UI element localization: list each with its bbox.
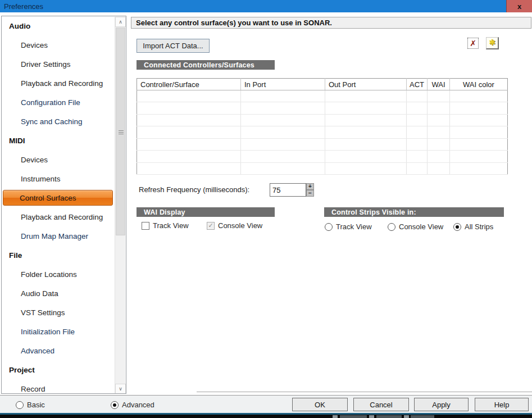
sidebar-item[interactable]: Initialization File [2,322,115,341]
sidebar-item-label: Devices [21,156,48,164]
track-view-label: Track View [153,221,189,230]
sidebar: Audio Devices Driver Settings Playback a… [1,16,126,394]
connected-controllers-header: Connected Controllers/Surfaces [137,60,275,70]
help-button[interactable]: Help [475,398,529,411]
col-controller-surface[interactable]: Controller/Surface [137,79,241,90]
import-act-data-button[interactable]: Import ACT Data... [137,39,210,53]
table-cell [407,138,428,150]
table-cell [137,90,241,102]
scroll-down-icon[interactable]: ∨ [115,384,126,394]
controllers-table[interactable]: Controller/Surface In Port Out Port ACT … [137,78,508,175]
cancel-button[interactable]: Cancel [353,398,409,411]
sidebar-item[interactable]: Audio Data [2,284,115,303]
col-in-port[interactable]: In Port [241,79,325,90]
delete-surface-icon[interactable]: ✗ [467,38,479,49]
table-row[interactable] [137,114,508,126]
table-row[interactable] [137,102,508,114]
strips-track-view-radio[interactable] [325,223,333,231]
sidebar-item[interactable]: Driver Settings [2,54,115,74]
sidebar-item[interactable]: Folder Locations [2,265,115,284]
basic-mode-option[interactable]: Basic [16,401,45,409]
table-cell [407,114,428,126]
sidebar-item[interactable]: Instruments [2,169,115,188]
wai-track-view-option[interactable]: Track View [142,221,189,230]
table-cell [450,90,508,102]
sidebar-item[interactable]: Drum Map Manager [2,226,115,246]
sidebar-item[interactable]: Devices [2,35,115,54]
strips-all-strips-option[interactable]: All Strips [453,222,493,231]
footer-bar: Basic Advanced OK Cancel Apply Help [0,395,532,413]
table-cell [241,114,325,126]
sidebar-item-label: Folder Locations [21,270,77,279]
table-row[interactable] [137,151,508,162]
strips-all-strips-radio[interactable] [453,223,461,231]
advanced-label: Advanced [122,401,154,409]
ok-button[interactable]: OK [292,398,348,411]
table-cell [241,162,325,174]
table-cell [407,162,428,174]
col-wai-color[interactable]: WAI color [450,79,508,90]
spinner-down-icon[interactable]: − [306,190,314,197]
sidebar-item[interactable]: Configuration File [2,93,115,112]
sidebar-item[interactable]: Devices [2,150,115,169]
table-cell [428,162,450,174]
table-cell [428,90,450,102]
sidebar-item[interactable]: Playback and Recording [2,74,115,93]
col-act[interactable]: ACT [407,79,428,90]
strips-track-view-label: Track View [336,222,372,231]
advanced-mode-option[interactable]: Advanced [111,401,154,409]
table-row[interactable] [137,162,508,174]
table-cell [450,114,508,126]
sidebar-item-label: VST Settings [21,308,65,317]
col-out-port[interactable]: Out Port [325,79,407,90]
taskbar-fragment [369,415,374,418]
table-cell [450,102,508,114]
strips-console-view-radio[interactable] [388,223,395,231]
strips-all-strips-label: All Strips [465,222,493,231]
sidebar-item-label: Advanced [21,347,54,355]
console-view-checkbox: ✓ [207,222,215,230]
table-cell [241,126,325,138]
control-strips-header: Control Strips Visible in: [324,207,504,217]
sidebar-item[interactable]: Advanced [2,341,115,360]
table-cell [137,114,241,126]
sidebar-item[interactable]: VST Settings [2,303,115,322]
close-icon[interactable]: x [506,0,532,12]
sidebar-item[interactable]: Control Surfaces [3,190,113,206]
track-view-checkbox[interactable] [142,222,149,230]
table-cell [428,102,450,114]
strips-console-view-option[interactable]: Console View [388,222,443,231]
table-cell [428,138,450,150]
scrollbar-thumb[interactable] [116,28,125,235]
taskbar-fragment [404,415,409,418]
strips-track-view-option[interactable]: Track View [325,222,372,231]
add-surface-icon[interactable]: ✱ [486,37,499,49]
refresh-frequency-label: Refresh Frequency (milliseconds): [139,185,249,194]
scroll-up-icon[interactable]: ∧ [115,17,126,27]
sidebar-item-label: Drum Map Manager [21,232,88,240]
table-row[interactable] [137,126,508,138]
table-row[interactable] [137,90,508,102]
title-bar[interactable]: Preferences x [0,0,532,12]
table-cell [450,138,508,150]
sidebar-item[interactable]: Playback and Recording [2,207,115,226]
table-cell [407,90,428,102]
table-cell [325,102,407,114]
basic-radio[interactable] [16,401,24,409]
apply-button[interactable]: Apply [414,398,469,411]
table-cell [137,102,241,114]
table-cell [325,151,407,162]
sidebar-scrollbar[interactable]: ∧ ∨ [115,17,125,394]
table-cell [407,126,428,138]
refresh-frequency-input[interactable] [270,183,306,197]
col-wai[interactable]: WAI [428,79,450,90]
taskbar-fragment [376,415,402,418]
sidebar-item-label: Sync and Caching [21,117,83,126]
table-row[interactable] [137,138,508,150]
sidebar-item[interactable]: Record [2,379,115,394]
strips-console-view-label: Console View [399,222,443,231]
instruction-header: Select any control surface(s) you want t… [131,17,531,29]
advanced-radio[interactable] [111,401,119,409]
sidebar-item[interactable]: Sync and Caching [2,112,115,131]
spinner-up-icon[interactable]: + [306,183,314,190]
